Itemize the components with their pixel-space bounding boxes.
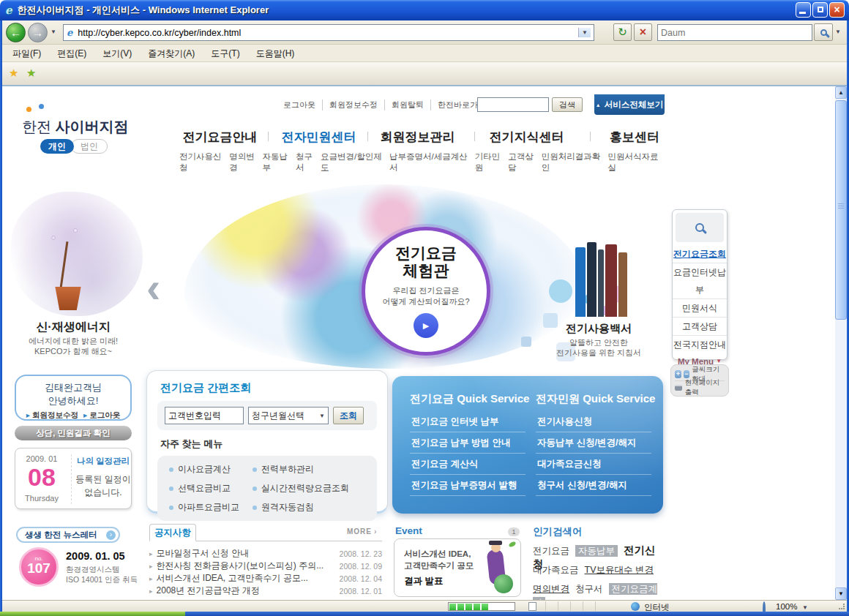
subnav-item[interactable]: 납부증명서/세금계산서 bbox=[389, 151, 475, 173]
scroll-down-button[interactable]: ▼ bbox=[835, 587, 847, 600]
minimize-button[interactable] bbox=[796, 2, 811, 18]
keyword-link[interactable]: 명의변경 bbox=[533, 584, 569, 594]
toggle-corporate[interactable]: 법인 bbox=[71, 139, 108, 154]
keyword-link[interactable]: 전기요금 bbox=[533, 546, 569, 556]
web-search-input[interactable] bbox=[657, 24, 812, 41]
history-dropdown-icon[interactable]: ▼ bbox=[51, 29, 56, 35]
notice-row[interactable]: ▸ 모바일청구서 신청 안내 2008. 12. 23 bbox=[149, 547, 382, 560]
site-logo[interactable]: 한전 사이버지점 bbox=[22, 117, 129, 137]
newsletter-line2[interactable]: ISO 14001 인증 취득 bbox=[66, 575, 138, 585]
subnav-item[interactable]: 전기사용신청 bbox=[179, 151, 229, 173]
font-smaller-icon[interactable]: − bbox=[684, 370, 690, 378]
site-search-input[interactable] bbox=[477, 97, 549, 112]
keyword-link[interactable]: 대가족요금 bbox=[533, 565, 579, 575]
newsletter-button[interactable]: 생생 한전 뉴스레터 › bbox=[16, 527, 120, 543]
menu-tools[interactable]: 도구(T) bbox=[203, 45, 247, 62]
toggle-personal[interactable]: 개인 bbox=[40, 139, 74, 154]
qs-calc-formula[interactable]: 전기요금 계산식 bbox=[410, 454, 526, 475]
fav-realtime-usage[interactable]: 실시간전력량요금조회 bbox=[253, 482, 365, 495]
menu-view[interactable]: 보기(V) bbox=[94, 45, 140, 62]
zoom-dropdown-icon[interactable]: ▼ bbox=[802, 604, 808, 611]
notice-row[interactable]: ▸ 한전사칭 전화금융사기(보이스피싱) 주의... 2008. 12. 09 bbox=[149, 560, 382, 572]
notice-row[interactable]: ▸ 2008년 전기공급약관 개정 2008. 12. 01 bbox=[149, 585, 382, 597]
site-search-button[interactable]: 검색 bbox=[552, 97, 583, 112]
sidemenu-internet-pay[interactable]: 요금인터넷납부 bbox=[673, 263, 727, 298]
resize-grip[interactable] bbox=[839, 604, 845, 609]
search-options-icon[interactable]: ▼ bbox=[835, 29, 841, 35]
subnav-item[interactable]: 민원처리결과확인 bbox=[542, 151, 608, 173]
sidemenu-bill-lookup[interactable]: 전기요금조회 bbox=[673, 245, 727, 263]
back-button[interactable]: ← bbox=[6, 23, 26, 42]
fav-move-calc[interactable]: 이사요금계산 bbox=[169, 463, 253, 476]
font-larger-icon[interactable]: + bbox=[675, 370, 681, 378]
zoom-level[interactable]: 100% bbox=[776, 602, 797, 611]
newsletter-line1[interactable]: 환경경영시스템 bbox=[66, 565, 120, 575]
keyword-link[interactable]: 자동납부 bbox=[575, 545, 618, 557]
qs-internet-pay[interactable]: 전기요금 인터넷 납부 bbox=[410, 411, 526, 432]
subnav-item[interactable]: 기타민원 bbox=[475, 151, 508, 173]
favorites-star-icon[interactable]: ★ bbox=[9, 67, 18, 80]
url-input[interactable] bbox=[76, 27, 578, 39]
logout-link[interactable]: 로그아웃 bbox=[277, 99, 322, 110]
bubble-logout-link[interactable]: ▸ 로그아웃 bbox=[83, 410, 120, 421]
refresh-button[interactable]: ↻ bbox=[613, 23, 632, 41]
qs-pay-methods[interactable]: 전기요금 납부 방법 안내 bbox=[410, 432, 526, 454]
consult-result-button[interactable]: 상담, 민원결과 확인 bbox=[15, 426, 132, 440]
qs-large-family[interactable]: 대가족요금신청 bbox=[536, 454, 651, 475]
add-favorite-icon[interactable]: ★ bbox=[26, 67, 36, 80]
scroll-up-button[interactable]: ▲ bbox=[835, 86, 847, 99]
menu-favorites[interactable]: 즐겨찾기(A) bbox=[140, 45, 203, 62]
notice-row[interactable]: ▸ 서비스개선 IDEA, 고객만족수기 공모... 2008. 12. 04 bbox=[149, 572, 382, 585]
search-go-button[interactable] bbox=[814, 23, 833, 41]
fav-remote-metering[interactable]: 원격자동검침 bbox=[253, 501, 365, 514]
fav-load-mgmt[interactable]: 전력부하관리 bbox=[253, 463, 365, 476]
lookup-submit-button[interactable]: 조회 bbox=[333, 407, 364, 424]
qs-autopay[interactable]: 자동납부 신청/변경/해지 bbox=[536, 432, 651, 454]
nav-rates[interactable]: 전기요금안내 bbox=[178, 129, 262, 146]
event-title[interactable]: Event bbox=[395, 525, 422, 536]
nav-member-info[interactable]: 회원정보관리 bbox=[375, 129, 460, 146]
all-services-button[interactable]: ▲ 서비스전체보기 bbox=[594, 94, 665, 115]
qs-bill-change[interactable]: 청구서 신청/변경/해지 bbox=[536, 475, 651, 496]
billing-month-select[interactable]: 청구년월선택 ▼ bbox=[248, 407, 329, 424]
subnav-item[interactable]: 청구서 bbox=[296, 151, 321, 173]
subnav-item[interactable]: 명의변경 bbox=[229, 151, 262, 173]
sidemenu-branch-info[interactable]: 전국지점안내 bbox=[673, 335, 727, 353]
member-edit-link[interactable]: 회원정보수정 bbox=[322, 99, 384, 110]
subnav-item[interactable]: 자동납부 bbox=[263, 151, 296, 173]
menu-file[interactable]: 파일(F) bbox=[4, 45, 49, 62]
sidemenu-civil-forms[interactable]: 민원서식 bbox=[673, 298, 727, 317]
qs-usage-apply[interactable]: 전기사용신청 bbox=[536, 411, 651, 432]
nav-pr-center[interactable]: 홍보센터 bbox=[602, 129, 667, 146]
schedule-title[interactable]: 나의 일정관리 bbox=[75, 456, 131, 467]
close-button[interactable]: × bbox=[829, 2, 845, 18]
scrollbar-thumb[interactable] bbox=[835, 100, 847, 320]
experience-hall-widget[interactable]: 전기요금 체험관 우리집 전기요금은 어떻게 계산되어질까요? ▶ bbox=[362, 227, 490, 356]
play-button-icon[interactable]: ▶ bbox=[414, 313, 438, 338]
nav-civil-center[interactable]: 전자민원센터 bbox=[277, 129, 361, 146]
profile-edit-link[interactable]: ▸ 회원정보수정 bbox=[26, 410, 78, 421]
fav-rate-compare[interactable]: 선택요금비교 bbox=[169, 482, 253, 495]
fav-apartment-compare[interactable]: 아파트요금비교 bbox=[169, 501, 253, 514]
subnav-item[interactable]: 고객상담 bbox=[508, 151, 541, 173]
keyword-link[interactable]: TV보유대수 변경 bbox=[585, 565, 654, 575]
notice-tab[interactable]: 공지사항 bbox=[149, 524, 196, 541]
subnav-item[interactable]: 민원서식자료실 bbox=[607, 151, 666, 173]
stop-button[interactable]: × bbox=[634, 23, 652, 41]
notice-more-link[interactable]: MORE › bbox=[347, 527, 376, 536]
member-withdraw-link[interactable]: 회원탈퇴 bbox=[384, 99, 430, 110]
url-dropdown-icon[interactable]: ▼ bbox=[578, 28, 591, 37]
menu-edit[interactable]: 편집(E) bbox=[49, 45, 94, 62]
qs-pay-certificate[interactable]: 전기요금 납부증명서 발행 bbox=[410, 475, 526, 496]
subnav-item[interactable]: 요금변경/할인제도 bbox=[321, 151, 389, 173]
customer-no-input[interactable] bbox=[165, 407, 244, 424]
event-box[interactable]: 서비스개선 IDEA, 고객만족수기 공모 결과 발표 bbox=[394, 538, 521, 597]
keyword-link[interactable]: 청구서 bbox=[575, 584, 603, 594]
menu-help[interactable]: 도움말(H) bbox=[248, 45, 303, 62]
restore-button[interactable] bbox=[812, 2, 828, 18]
sidemenu-customer-service[interactable]: 고객상담 bbox=[673, 317, 727, 335]
print-page-control[interactable]: 현재페이지출력 bbox=[675, 381, 725, 394]
banner-prev-arrow[interactable]: ‹ bbox=[146, 269, 160, 306]
forward-button[interactable]: → bbox=[28, 23, 48, 42]
nav-knowledge[interactable]: 전기지식센터 bbox=[485, 129, 569, 146]
